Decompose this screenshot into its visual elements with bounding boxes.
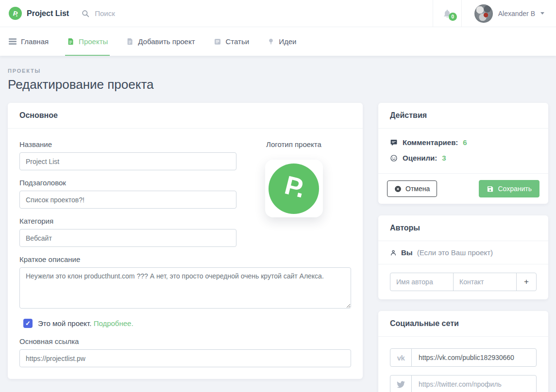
- comments-stat-row: Комментариев: 6: [390, 138, 537, 147]
- app-header: P. Project List 0 Alexander B: [0, 0, 556, 27]
- menu-lines-icon: [9, 38, 17, 45]
- twitter-link-input[interactable]: [411, 375, 537, 392]
- add-author-button[interactable]: +: [516, 273, 537, 291]
- author-contact-input[interactable]: [453, 273, 517, 291]
- notifications-badge: 0: [449, 13, 457, 21]
- project-logo-icon: P.: [269, 163, 319, 214]
- social-card: Социальные сети vk: [378, 311, 548, 392]
- authors-card: Авторы Вы (Если это Ваш проект) +: [378, 215, 548, 299]
- main-card-title: Основное: [8, 103, 363, 129]
- smiley-icon: [390, 154, 398, 162]
- nav-item-projects[interactable]: Проекты: [67, 27, 108, 56]
- comment-icon: [390, 139, 398, 147]
- lightbulb-icon: [268, 37, 274, 46]
- subtitle-input[interactable]: [19, 191, 236, 209]
- twitter-input-group: [390, 375, 537, 392]
- project-logo-label: Логотип проекта: [266, 140, 321, 148]
- description-textarea[interactable]: Неужели это клон producthunt.com ??? А н…: [19, 267, 351, 309]
- description-label: Краткое описание: [19, 255, 351, 263]
- breadcrumb: ПРОЕКТЫ: [8, 68, 548, 74]
- search-input[interactable]: [95, 9, 240, 17]
- my-project-checkbox[interactable]: ✓: [23, 319, 33, 328]
- description-field-group: Краткое описание Неужели это клон produc…: [19, 255, 351, 310]
- page-title: Редактирование проекта: [8, 77, 548, 92]
- file-icon: [67, 37, 74, 46]
- vk-link-input[interactable]: [411, 348, 537, 367]
- name-field-group: Название: [19, 140, 236, 170]
- cancel-button[interactable]: Отмена: [387, 180, 437, 197]
- category-field-group: Категория: [19, 217, 236, 247]
- name-input[interactable]: [19, 152, 236, 170]
- nav-item-ideas[interactable]: Идеи: [268, 27, 296, 56]
- notifications-button[interactable]: 0: [433, 0, 462, 27]
- social-card-title: Социальные сети: [378, 311, 548, 337]
- actions-card: Действия Комментариев: 6 Оценили:: [378, 103, 548, 204]
- app-logo-glyph: P.: [12, 9, 18, 18]
- add-author-group: +: [390, 273, 537, 291]
- comments-count: 6: [463, 138, 467, 147]
- header-right: 0 Alexander B: [433, 0, 556, 27]
- author-name-input[interactable]: [390, 273, 454, 291]
- vk-input-group: vk: [390, 348, 537, 367]
- nav-label: Идеи: [279, 37, 296, 46]
- save-button[interactable]: Сохранить: [479, 180, 539, 197]
- authors-card-title: Авторы: [378, 215, 548, 241]
- nav-item-add-project[interactable]: Добавить проект: [126, 27, 195, 56]
- twitter-icon: [390, 375, 412, 392]
- main-nav: Главная Проекты Добавить проект Статьи И…: [0, 27, 556, 56]
- rated-count: 3: [442, 154, 446, 162]
- project-logo[interactable]: P.: [265, 160, 323, 217]
- main-form-card: Основное Название Подзаголовок Катег: [8, 103, 363, 379]
- nav-label: Проекты: [79, 37, 108, 46]
- cancel-circle-icon: [394, 185, 402, 193]
- comments-label: Комментариев:: [403, 138, 458, 147]
- author-you-row: Вы (Если это Ваш проект): [378, 241, 548, 264]
- search-icon: [82, 10, 89, 17]
- nav-label: Главная: [21, 37, 49, 46]
- main-link-field-group: Основная ссылка: [19, 337, 351, 367]
- project-logo-section: Логотип проекта P.: [236, 140, 351, 255]
- person-icon: [390, 249, 397, 256]
- brand-name: Project List: [27, 9, 69, 18]
- nav-item-home[interactable]: Главная: [9, 27, 49, 56]
- my-project-checkbox-row: ✓ Это мой проект. Подробнее.: [19, 319, 351, 328]
- vk-icon: vk: [390, 348, 412, 367]
- save-icon: [487, 185, 494, 193]
- app-logo-icon: P.: [9, 7, 22, 20]
- file-icon: [126, 37, 134, 46]
- article-icon: [214, 38, 221, 46]
- main-link-label: Основная ссылка: [19, 337, 351, 345]
- category-input[interactable]: [19, 229, 236, 247]
- category-label: Категория: [19, 217, 236, 225]
- nav-label: Статьи: [226, 37, 250, 46]
- my-project-label: Это мой проект. Подробнее.: [38, 319, 134, 327]
- nav-label: Добавить проект: [138, 37, 195, 46]
- author-you-label: Вы: [401, 248, 413, 257]
- avatar: [474, 4, 493, 23]
- more-link[interactable]: Подробнее.: [94, 319, 134, 327]
- name-label: Название: [19, 140, 236, 148]
- user-name: Alexander B: [498, 10, 535, 17]
- author-you-note: (Если это Ваш проект): [417, 248, 493, 257]
- page-content: ПРОЕКТЫ Редактирование проекта Основное …: [0, 56, 556, 392]
- actions-card-title: Действия: [378, 103, 548, 129]
- nav-item-articles[interactable]: Статьи: [214, 27, 250, 56]
- rated-label: Оценили:: [403, 154, 437, 162]
- subtitle-field-group: Подзаголовок: [19, 179, 236, 209]
- user-menu[interactable]: Alexander B: [462, 0, 556, 27]
- search-bar: [82, 0, 433, 27]
- main-link-input[interactable]: [19, 349, 351, 367]
- rated-stat-row: Оценили: 3: [390, 154, 537, 162]
- chevron-down-icon: [540, 12, 544, 15]
- subtitle-label: Подзаголовок: [19, 179, 236, 187]
- brand[interactable]: P. Project List: [0, 0, 69, 27]
